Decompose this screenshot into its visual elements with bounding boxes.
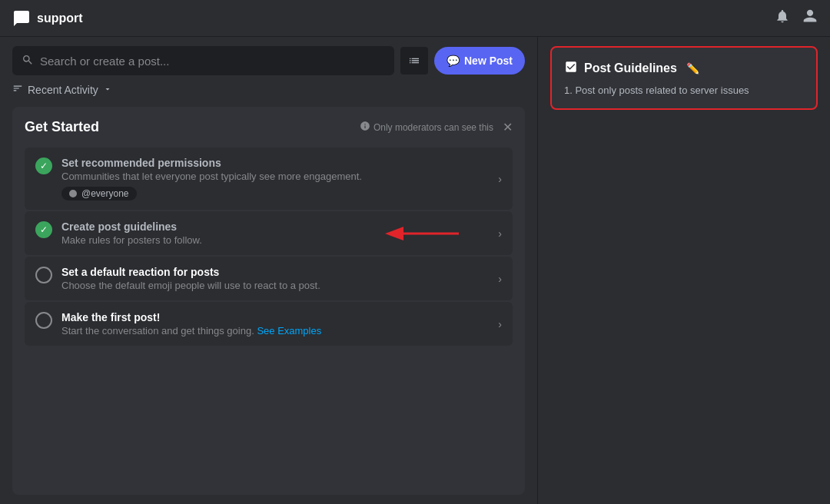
- task-item-first-post[interactable]: Make the first post! Start the conversat…: [25, 302, 513, 346]
- moderator-note-area: Only moderators can see this ✕: [360, 120, 513, 134]
- task-content-reaction: Set a default reaction for posts Choose …: [61, 266, 489, 291]
- right-panel: Post Guidelines ✏️ 1. Post only posts re…: [538, 37, 830, 504]
- left-panel: Search or create a post... 💬 New Post Re…: [0, 37, 538, 504]
- search-placeholder: Search or create a post...: [40, 55, 169, 68]
- task-title-first-post: Make the first post!: [61, 311, 489, 323]
- tag-dot: [69, 190, 77, 197]
- card-close-button[interactable]: ✕: [503, 120, 513, 134]
- task-arrow-reaction: ›: [498, 273, 502, 285]
- search-icon: [22, 54, 34, 68]
- task-check-first-post: [35, 312, 52, 329]
- recent-activity-label: Recent Activity: [28, 84, 98, 96]
- task-item-permissions[interactable]: ✓ Set recommended permissions Communitie…: [25, 148, 513, 210]
- post-guidelines-card: Post Guidelines ✏️ 1. Post only posts re…: [550, 46, 818, 110]
- task-item-reaction[interactable]: Set a default reaction for posts Choose …: [25, 257, 513, 300]
- chat-icon: [12, 9, 31, 28]
- bell-icon[interactable]: [775, 8, 790, 28]
- post-guidelines-title: Post Guidelines: [584, 61, 677, 75]
- chevron-down-icon: [103, 84, 112, 96]
- task-item-guidelines[interactable]: ✓ Create post guidelines Make rules for …: [25, 211, 513, 255]
- task-arrow-permissions: ›: [498, 173, 502, 185]
- tag-label: @everyone: [81, 188, 129, 199]
- search-row: Search or create a post... 💬 New Post: [12, 46, 525, 75]
- new-post-icon: 💬: [447, 55, 460, 67]
- task-desc-reaction: Choose the default emoji people will use…: [61, 280, 489, 291]
- post-guidelines-rule: 1. Post only posts related to server iss…: [564, 85, 804, 96]
- info-icon: [360, 121, 370, 134]
- new-post-button[interactable]: 💬 New Post: [434, 47, 525, 75]
- task-arrow-first-post: ›: [498, 318, 502, 330]
- edit-icon[interactable]: ✏️: [686, 62, 699, 75]
- get-started-title: Get Started: [25, 119, 99, 135]
- task-check-permissions: ✓: [35, 158, 52, 174]
- profile-icon[interactable]: [802, 8, 818, 28]
- main-layout: Search or create a post... 💬 New Post Re…: [0, 37, 830, 504]
- topbar: support: [0, 0, 830, 37]
- task-check-reaction: [35, 267, 52, 284]
- task-title-permissions: Set recommended permissions: [61, 157, 489, 169]
- task-content-guidelines: Create post guidelines Make rules for po…: [61, 220, 489, 246]
- see-examples-link[interactable]: See Examples: [257, 325, 321, 337]
- task-content-first-post: Make the first post! Start the conversat…: [61, 311, 489, 337]
- task-list: ✓ Set recommended permissions Communitie…: [25, 148, 513, 346]
- task-title-reaction: Set a default reaction for posts: [61, 266, 489, 278]
- task-arrow-guidelines: ›: [498, 227, 502, 240]
- task-content-permissions: Set recommended permissions Communities …: [61, 157, 489, 201]
- task-tag-permissions: @everyone: [61, 187, 137, 201]
- get-started-card: Get Started Only moderators can see this…: [12, 107, 525, 495]
- recent-activity-row[interactable]: Recent Activity: [12, 83, 525, 96]
- task-desc-permissions: Communities that let everyone post typic…: [61, 171, 489, 182]
- new-post-label: New Post: [464, 55, 513, 67]
- task-desc-plain: Start the conversation and get things go…: [61, 325, 257, 337]
- task-check-guidelines: ✓: [35, 221, 52, 238]
- task-desc-guidelines: Make rules for posters to follow.: [61, 234, 489, 246]
- card-header: Get Started Only moderators can see this…: [25, 119, 513, 135]
- post-guidelines-icon: [564, 60, 578, 77]
- recent-activity-sort-icon: [12, 83, 23, 96]
- list-view-button[interactable]: [400, 47, 428, 75]
- channel-name: support: [37, 12, 83, 25]
- moderator-note: Only moderators can see this: [374, 122, 493, 133]
- task-desc-first-post: Start the conversation and get things go…: [61, 325, 489, 337]
- task-title-guidelines: Create post guidelines: [61, 220, 489, 233]
- topbar-icons: [775, 8, 818, 28]
- search-bar[interactable]: Search or create a post...: [12, 46, 394, 75]
- post-guidelines-header: Post Guidelines ✏️: [564, 60, 804, 77]
- channel-header: support: [12, 9, 83, 28]
